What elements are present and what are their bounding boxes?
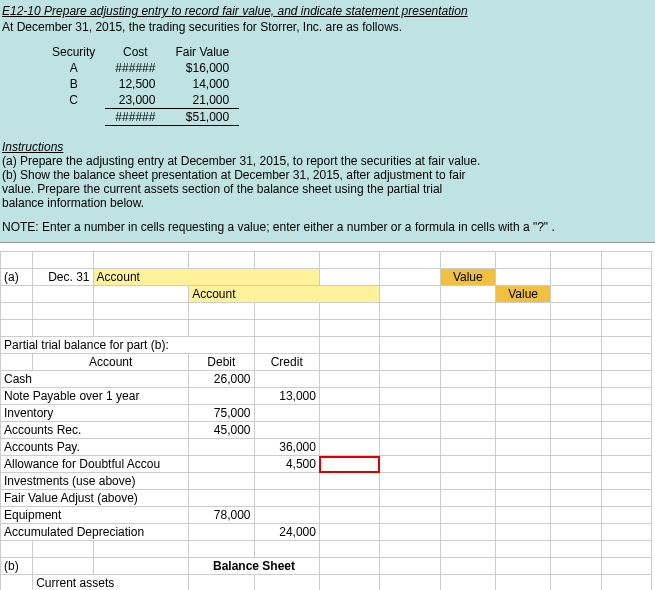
instruction-a: (a) Prepare the adjusting entry at Decem… (2, 154, 653, 168)
ptb-row-acct: Fair Value Adjust (above) (1, 490, 189, 507)
ptb-row-acct: Accumulated Depreciation (1, 524, 189, 541)
selected-cell[interactable] (319, 456, 379, 473)
ptb-row-credit: 24,000 (254, 524, 319, 541)
current-assets-label: Current assets (33, 575, 189, 591)
ptb-row-credit (254, 490, 319, 507)
col-cost: Cost (105, 44, 165, 60)
col-security: Security (42, 44, 105, 60)
sec-a-fv: $16,000 (165, 60, 239, 76)
part-b-label: (b) (1, 558, 33, 575)
account-input-2[interactable]: Account (189, 286, 380, 303)
ptb-row-credit (254, 422, 319, 439)
ptb-row-acct: Accounts Rec. (1, 422, 189, 439)
instruction-b-line2: value. Prepare the current assets sectio… (2, 182, 653, 196)
ptb-col-account: Account (33, 354, 189, 371)
total-cost: ###### (105, 109, 165, 126)
sec-c-cost: 23,000 (105, 92, 165, 109)
balance-sheet-title: Balance Sheet (189, 558, 320, 575)
ptb-row-debit (189, 473, 254, 490)
total-fv: $51,000 (165, 109, 239, 126)
ptb-row-credit (254, 405, 319, 422)
ptb-row-debit: 26,000 (189, 371, 254, 388)
ptb-row-credit: 13,000 (254, 388, 319, 405)
instructions-heading: Instructions (2, 140, 653, 154)
ptb-row-credit: 36,000 (254, 439, 319, 456)
ptb-heading: Partial trial balance for part (b): (1, 337, 255, 354)
ptb-row-acct: Allowance for Doubtful Accou (1, 456, 189, 473)
part-a-label: (a) (1, 269, 33, 286)
sec-a: A (42, 60, 105, 76)
ptb-row-debit (189, 456, 254, 473)
ptb-row-acct: Accounts Pay. (1, 439, 189, 456)
ptb-col-credit: Credit (254, 354, 319, 371)
ptb-row-debit: 75,000 (189, 405, 254, 422)
ptb-row-debit (189, 439, 254, 456)
ptb-row-acct: Investments (use above) (1, 473, 189, 490)
worksheet-grid: (a) Dec. 31 Account Value Account Value … (0, 251, 652, 590)
problem-header: E12-10 Prepare adjusting entry to record… (0, 0, 655, 243)
ptb-row-debit (189, 490, 254, 507)
intro-text: At December 31, 2015, the trading securi… (2, 20, 653, 34)
entry-date: Dec. 31 (33, 269, 93, 286)
ptb-row-credit (254, 507, 319, 524)
col-fairvalue: Fair Value (165, 44, 239, 60)
securities-table: Security Cost Fair Value A ###### $16,00… (42, 44, 239, 126)
ptb-row-acct: Equipment (1, 507, 189, 524)
ptb-row-acct: Cash (1, 371, 189, 388)
ptb-row-debit: 78,000 (189, 507, 254, 524)
sec-a-cost: ###### (105, 60, 165, 76)
ptb-row-debit: 45,000 (189, 422, 254, 439)
sec-b: B (42, 76, 105, 92)
ptb-row-credit (254, 473, 319, 490)
ptb-row-acct: Note Payable over 1 year (1, 388, 189, 405)
ptb-row-credit: 4,500 (254, 456, 319, 473)
sec-c: C (42, 92, 105, 109)
note-text: NOTE: Enter a number in cells requesting… (2, 220, 653, 234)
account-input-1[interactable]: Account (93, 269, 319, 286)
instruction-b-line1: (b) Show the balance sheet presentation … (2, 168, 653, 182)
ptb-row-debit (189, 524, 254, 541)
instruction-b-line3: balance information below. (2, 196, 653, 210)
sec-b-cost: 12,500 (105, 76, 165, 92)
sec-b-fv: 14,000 (165, 76, 239, 92)
value-input-2[interactable]: Value (495, 286, 550, 303)
ptb-row-debit (189, 388, 254, 405)
sec-c-fv: 21,000 (165, 92, 239, 109)
ptb-row-credit (254, 371, 319, 388)
problem-title: E12-10 Prepare adjusting entry to record… (2, 4, 653, 18)
ptb-col-debit: Debit (189, 354, 254, 371)
ptb-row-acct: Inventory (1, 405, 189, 422)
value-input-1[interactable]: Value (440, 269, 495, 286)
